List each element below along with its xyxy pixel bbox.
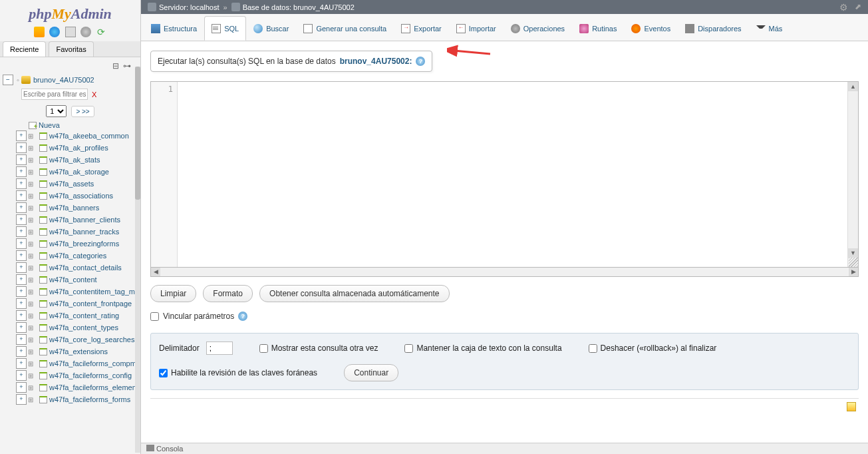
collapse-icon[interactable]: ⊟ (112, 61, 119, 71)
tab-search[interactable]: Buscar (246, 16, 296, 41)
table-name-label[interactable]: w47fa_contact_details (49, 264, 122, 272)
columns-icon[interactable]: ⊞ (28, 192, 36, 200)
tab-recent[interactable]: Reciente (3, 41, 46, 57)
nav-scrollbar[interactable] (135, 67, 140, 453)
table-name-label[interactable]: w47fa_banner_clients (49, 216, 120, 224)
tab-events[interactable]: Eventos (624, 16, 678, 41)
table-name-label[interactable]: w47fa_content_rating (49, 312, 119, 320)
tree-expand-icon[interactable]: + (16, 202, 27, 213)
columns-icon[interactable]: ⊞ (28, 132, 36, 140)
bind-params-checkbox[interactable] (150, 312, 159, 321)
table-name-label[interactable]: w47fa_akeeba_common (49, 132, 129, 140)
fk-check-option[interactable]: Habilite la revisión de las claves forán… (159, 368, 317, 377)
table-row[interactable]: +⊞w47fa_facileforms_elemen (16, 381, 138, 393)
scroll-up-icon[interactable]: ▲ (848, 82, 858, 91)
columns-icon[interactable]: ⊞ (28, 144, 36, 152)
table-row[interactable]: +⊞w47fa_breezingforms (16, 238, 138, 250)
tree-expand-icon[interactable]: + (16, 190, 27, 201)
columns-icon[interactable]: ⊞ (28, 264, 36, 272)
table-row[interactable]: +⊞w47fa_banner_tracks (16, 226, 138, 238)
keep-box-checkbox[interactable] (404, 344, 413, 353)
table-name-label[interactable]: w47fa_content (49, 276, 97, 284)
tree-expand-icon[interactable]: + (16, 238, 27, 249)
tree-expand-icon[interactable]: + (16, 274, 27, 285)
delimiter-input[interactable] (206, 341, 233, 355)
tab-structure[interactable]: Estructura (144, 16, 204, 41)
table-row[interactable]: +⊞w47fa_akeeba_common (16, 130, 138, 142)
columns-icon[interactable]: ⊞ (28, 156, 36, 164)
table-name-label[interactable]: w47fa_facileforms_forms (49, 395, 130, 403)
table-name-label[interactable]: w47fa_categories (49, 252, 106, 260)
db-node[interactable]: − ◦ brunov_4AU75002 (3, 73, 138, 87)
sql-heading-db-link[interactable]: brunov_4AU75002: (340, 57, 412, 66)
table-row[interactable]: +⊞w47fa_banners (16, 202, 138, 214)
table-row[interactable]: +⊞w47fa_contact_details (16, 262, 138, 274)
tab-operations[interactable]: Operaciones (504, 16, 572, 41)
continue-button[interactable]: Continuar (344, 364, 398, 381)
table-name-label[interactable]: w47fa_core_log_searches (49, 336, 134, 343)
scroll-down-icon[interactable]: ▼ (848, 248, 858, 258)
tree-expand-icon[interactable]: + (16, 250, 27, 261)
console-bar[interactable]: Consola (141, 443, 868, 454)
tab-favorites[interactable]: Favoritas (49, 41, 93, 57)
tab-import[interactable]: Importar (449, 16, 504, 41)
auto-saved-query-button[interactable]: Obtener consulta almacenada automáticame… (259, 285, 450, 302)
tree-expand-icon[interactable]: + (16, 286, 27, 297)
page-settings-icon[interactable]: ⚙ (839, 2, 848, 13)
tree-expand-icon[interactable]: + (16, 358, 27, 369)
editor-vscrollbar[interactable]: ▲ ▼ (847, 82, 858, 267)
tree-expand-icon[interactable]: + (16, 322, 27, 333)
columns-icon[interactable]: ⊞ (28, 300, 36, 308)
fk-check-checkbox[interactable] (159, 369, 168, 377)
table-row[interactable]: +⊞w47fa_content_rating (16, 310, 138, 322)
table-name-label[interactable]: w47fa_extensions (49, 347, 108, 355)
table-row[interactable]: +⊞w47fa_facileforms_forms (16, 393, 138, 405)
clear-button[interactable]: Limpiar (150, 285, 196, 302)
scroll-right-icon[interactable]: ▶ (849, 268, 858, 276)
logo[interactable]: phpMyAdmin (0, 0, 140, 25)
table-row[interactable]: +⊞w47fa_associations (16, 190, 138, 202)
table-name-label[interactable]: w47fa_ak_stats (49, 156, 100, 164)
tree-expand-icon[interactable]: + (16, 214, 27, 225)
tree-expand-icon[interactable]: + (16, 382, 27, 393)
help-icon[interactable]: ? (238, 312, 247, 321)
show-again-option[interactable]: Mostrar esta consulta otra vez (259, 343, 378, 353)
tab-routines[interactable]: Rutinas (572, 16, 624, 41)
columns-icon[interactable]: ⊞ (28, 168, 36, 176)
columns-icon[interactable]: ⊞ (28, 348, 36, 355)
tree-expand-icon[interactable]: + (16, 226, 27, 237)
table-row[interactable]: +⊞w47fa_ak_storage (16, 166, 138, 178)
table-row[interactable]: +⊞w47fa_content (16, 274, 138, 286)
new-table-row[interactable]: Nueva (16, 120, 138, 130)
tree-expand-icon[interactable]: + (16, 298, 27, 309)
columns-icon[interactable]: ⊞ (28, 228, 36, 236)
reload-icon[interactable]: ⟳ (96, 27, 106, 37)
scroll-left-icon[interactable]: ◀ (151, 268, 160, 276)
columns-icon[interactable]: ⊞ (28, 240, 36, 248)
table-name-label[interactable]: w47fa_assets (49, 180, 94, 188)
table-row[interactable]: +⊞w47fa_content_types (16, 322, 138, 334)
table-name-label[interactable]: w47fa_facileforms_elemen (49, 383, 136, 391)
tree-expand-icon[interactable]: + (16, 130, 27, 141)
columns-icon[interactable]: ⊞ (28, 216, 36, 224)
table-row[interactable]: +⊞w47fa_ak_profiles (16, 142, 138, 154)
tree-expand-icon[interactable]: + (16, 334, 27, 345)
columns-icon[interactable]: ⊞ (28, 396, 36, 403)
table-name-label[interactable]: w47fa_ak_profiles (49, 144, 108, 152)
scrollbar-thumb[interactable] (135, 67, 140, 200)
tree-expand-icon[interactable]: + (16, 370, 27, 381)
table-name-label[interactable]: w47fa_facileforms_config (49, 371, 132, 379)
table-name-label[interactable]: w47fa_associations (49, 192, 113, 200)
tree-expand-icon[interactable]: + (16, 166, 27, 177)
exit-icon[interactable]: ⬈ (855, 2, 861, 11)
table-filter-input[interactable] (21, 89, 88, 100)
query-window-icon[interactable] (65, 27, 76, 37)
table-row[interactable]: +⊞w47fa_content_frontpage (16, 298, 138, 310)
editor-textarea[interactable] (178, 82, 847, 267)
editor-hscrollbar[interactable]: ◀ ▶ (150, 268, 859, 277)
table-row[interactable]: +⊞w47fa_categories (16, 250, 138, 262)
table-name-label[interactable]: w47fa_banners (49, 204, 99, 212)
columns-icon[interactable]: ⊞ (28, 204, 36, 212)
table-name-label[interactable]: w47fa_breezingforms (49, 240, 119, 248)
tab-sql[interactable]: SQL (204, 16, 246, 41)
